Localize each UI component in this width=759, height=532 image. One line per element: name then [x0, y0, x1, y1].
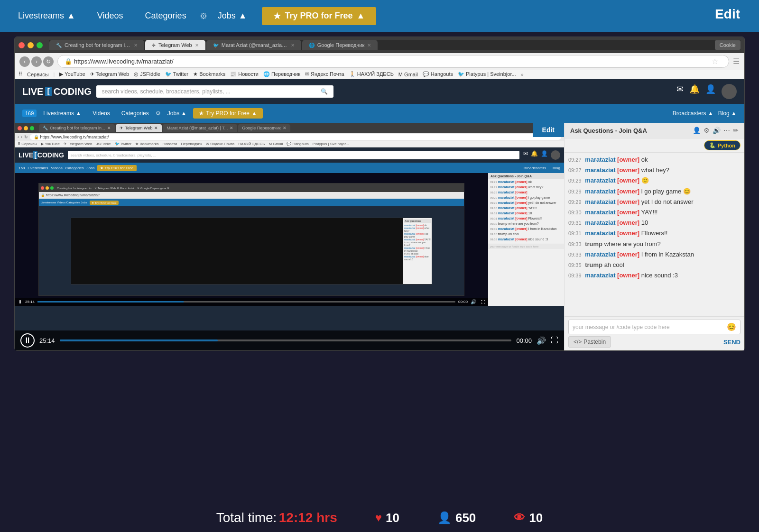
- bookmark-more[interactable]: »: [521, 72, 524, 77]
- inner-avatar[interactable]: [722, 84, 737, 99]
- chat-user-icon[interactable]: 👤: [693, 127, 701, 134]
- video-content: 🔧 Creating bot for telegram in... ✕ ✈ Te…: [15, 123, 564, 350]
- total-time-label: Total time:: [216, 510, 277, 525]
- address-bar-input[interactable]: 🔒 https://www.livecoding.tv/marataziat/ …: [57, 55, 729, 68]
- inner-search-box[interactable]: search videos, schedule, broadcasters, p…: [96, 85, 333, 98]
- browser-tab-google-translate[interactable]: 🌐 Google Переводчик ✕: [302, 40, 378, 50]
- chat-more-icon[interactable]: ⋯: [723, 127, 730, 134]
- tab-close-4[interactable]: ✕: [367, 43, 371, 48]
- nested-tab-close-4: ✕: [283, 126, 287, 130]
- chat-header-icons: 👤 ⚙ 🔊 ⋯ ✏: [693, 127, 739, 134]
- deep-nested-browser: Creating bot for telegram in... ✕ Telegr…: [38, 183, 464, 296]
- nested-addressbar: ‹ › ↻ 🔒 https://www.livecoding.tv/marata…: [15, 133, 564, 141]
- nested-video-chat: Creating bot for telegram in... ✕ Telegr…: [15, 173, 564, 306]
- nb-1: ⠿ Сервисы: [18, 142, 37, 146]
- chat-message-12: 09:39 marataziat [owner] nice sound :3: [568, 271, 740, 280]
- nav-jobs[interactable]: Jobs ▲: [209, 7, 256, 25]
- forward-button[interactable]: ›: [31, 56, 42, 67]
- tab-label-2: Telegram Web: [158, 42, 192, 48]
- heart-icon: ♥: [375, 511, 382, 524]
- bookmark-apps[interactable]: ⠿: [19, 71, 22, 77]
- bookmark-novosti[interactable]: 📰 Новости: [230, 71, 259, 77]
- deep-pro: ★ Try PRO for Free: [90, 201, 118, 205]
- cookie-button[interactable]: Cookie: [715, 40, 740, 50]
- inner-mail-icon[interactable]: ✉: [676, 84, 684, 99]
- bookmark-servisy[interactable]: Сервисы: [27, 72, 49, 77]
- deep-nav-1: Livestreams Videos Categories Jobs: [41, 201, 87, 204]
- nav-videos[interactable]: Videos: [89, 7, 132, 25]
- inner-nav-categories[interactable]: Categories: [117, 108, 154, 119]
- bookmark-gmail[interactable]: M Gmail: [398, 72, 418, 77]
- nav-jobs-container: ⚙ Jobs ▲: [200, 7, 256, 25]
- chat-volume-icon[interactable]: 🔊: [713, 127, 721, 134]
- fullscreen-icon[interactable]: ⛶: [551, 336, 558, 345]
- url-text: https://www.livecoding.tv/marataziat/: [74, 58, 174, 65]
- bookmark-platypus[interactable]: 🐦 Platypus | Sveinbjor...: [458, 71, 516, 77]
- nested-site-header: LIVE[CODING search videos, schedule, bro…: [15, 147, 564, 163]
- deep-msg-3: marataziat [owner] i go play game: [404, 232, 431, 238]
- bookmark-perevodchik[interactable]: 🌐 Переводчик: [263, 71, 300, 77]
- bookmark-jsfiddle[interactable]: ◎ JSFiddle: [134, 71, 160, 77]
- nav-livestreams[interactable]: Livestreams ▲: [9, 7, 84, 25]
- bookmark-telegram[interactable]: ✈ Telegram Web: [90, 71, 130, 77]
- inner-nav-livestreams[interactable]: Livestreams ▲: [38, 108, 86, 119]
- total-time-display: Total time: 12:12 hrs: [216, 510, 337, 525]
- nested-url: 🔒 https://www.livecoding.tv/marataziat/: [30, 134, 561, 140]
- tab-icon-4: 🌐: [309, 43, 315, 48]
- browser-tab-twitter[interactable]: 🐦 Marat Aziat (@marat_aziat) | T... ✕: [206, 40, 301, 50]
- tab-close-3[interactable]: ✕: [291, 43, 295, 48]
- chat-settings-icon[interactable]: ⚙: [703, 127, 710, 134]
- nested-chat-msg-11: 09:35 trump ah cool: [488, 231, 564, 237]
- nav-categories[interactable]: Categories: [137, 7, 195, 25]
- send-button[interactable]: SEND: [723, 339, 740, 346]
- nav-livestreams-label: Livestreams: [18, 11, 64, 21]
- nested-chat-msg-2: 09:27 marataziat [owner] what hey?: [488, 184, 564, 190]
- nested-tab-3: Marat Aziat (@marat_aziat) | T... ✕: [163, 124, 237, 132]
- browser-menu-icon[interactable]: ☰: [733, 57, 740, 66]
- browser-tab-telegram[interactable]: ✈ Telegram Web ✕: [145, 40, 205, 50]
- back-button[interactable]: ‹: [19, 56, 30, 67]
- nested-play-icon: ⏸: [18, 299, 22, 304]
- chat-message-10: 09:33 marataziat [owner] I from in Kazak…: [568, 250, 740, 259]
- browser-close-dot[interactable]: [19, 42, 25, 48]
- inner-edit-button[interactable]: Edit: [533, 123, 564, 137]
- browser-minimize-dot[interactable]: [28, 42, 34, 48]
- pastebin-button[interactable]: </> Pastebin: [568, 336, 611, 348]
- nav-jobs-label: Jobs: [218, 11, 236, 21]
- bookmark-hangouts[interactable]: 💬 Hangouts: [423, 71, 453, 77]
- inner-user-icon[interactable]: 👤: [705, 84, 716, 99]
- tab-close-1[interactable]: ✕: [134, 43, 138, 48]
- inner-bell-icon[interactable]: 🔔: [689, 84, 700, 99]
- chat-edit-icon[interactable]: ✏: [733, 127, 739, 134]
- inner-pro-label: Try PRO for Free: [206, 110, 250, 117]
- chat-emoji-icon[interactable]: 😊: [727, 322, 736, 331]
- tab-close-2[interactable]: ✕: [195, 43, 199, 48]
- bookmark-youtube[interactable]: ▶ YouTube: [59, 71, 85, 77]
- nested-tab-close-2: ✕: [154, 126, 158, 130]
- browser-tab-telegram-bot[interactable]: 🔧 Creating bot for telegram in... ✕: [49, 40, 144, 50]
- chat-message-input[interactable]: your message or /code type code here 😊: [568, 320, 740, 334]
- video-progress-fill: [60, 339, 218, 341]
- nested-broadcasters: Broadcasters: [524, 166, 546, 170]
- inner-nav-pro-button[interactable]: ★ Try PRO for Free ▲: [193, 108, 262, 119]
- video-progress-bar[interactable]: [60, 339, 512, 341]
- inner-nav-videos[interactable]: Videos: [88, 108, 114, 119]
- nav-bar: Livestreams ▲ Videos Categories ⚙ Jobs ▲…: [0, 0, 759, 32]
- bookmark-yandex[interactable]: ✉ Яндекс.Почта: [305, 71, 344, 77]
- nb-11: M Gmail: [268, 142, 283, 146]
- nested-forward: ›: [21, 135, 22, 139]
- nav-pro-button[interactable]: ★ Try PRO for Free ▲: [262, 7, 376, 25]
- inner-nav-broadcasters[interactable]: Broadcasters ▲: [673, 110, 713, 117]
- volume-icon[interactable]: 🔊: [537, 336, 546, 345]
- inner-nav-jobs[interactable]: Jobs ▲: [163, 108, 192, 119]
- bookmark-naxui[interactable]: 🚶 НАХУЙ ЗДЕСЬ: [349, 71, 394, 77]
- pause-button[interactable]: ⏸: [20, 333, 35, 348]
- bookmark-bookmarks[interactable]: ★ Bookmarks: [193, 71, 225, 77]
- bookmark-twitter[interactable]: 🐦 Twitter: [165, 71, 188, 77]
- nested-nav-text-4: Categories: [65, 166, 84, 170]
- top-edit-button[interactable]: Edit: [696, 0, 759, 28]
- browser-maximize-dot[interactable]: [37, 42, 43, 48]
- bookmark-star-icon: ☆: [712, 57, 722, 66]
- refresh-button[interactable]: ↻: [43, 56, 54, 67]
- inner-nav-blog[interactable]: Blog ▲: [718, 110, 737, 117]
